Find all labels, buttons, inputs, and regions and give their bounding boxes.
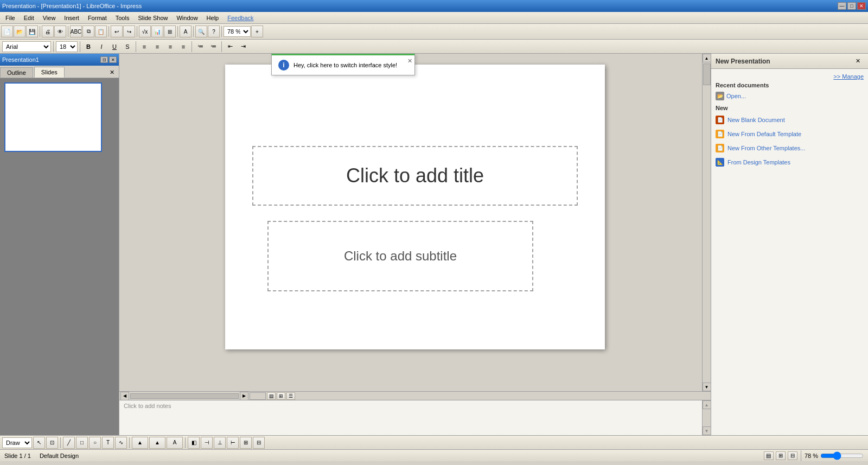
new-other-label: New From Other Templates...: [727, 145, 805, 151]
new-other-templates-item[interactable]: 📄 New From Other Templates...: [716, 143, 864, 154]
horizontal-scrollbar[interactable]: ◀ ▶ ▤ ⊞ ☰: [119, 391, 711, 400]
app-maximize-button[interactable]: □: [847, 2, 856, 10]
rect-tool[interactable]: □: [76, 437, 88, 449]
strikethrough-button[interactable]: S: [122, 41, 133, 52]
formula-button[interactable]: √x: [139, 26, 151, 37]
underline-button[interactable]: U: [108, 41, 120, 52]
align-left-draw[interactable]: ⊣: [201, 437, 213, 449]
panel-close-button[interactable]: ✕: [109, 56, 117, 63]
line-color-button[interactable]: ▲: [149, 437, 165, 449]
tab-outline[interactable]: Outline: [0, 67, 33, 78]
text-tool[interactable]: T: [102, 437, 114, 449]
scroll-up-button[interactable]: ▲: [703, 54, 711, 62]
table-button[interactable]: ⊞: [164, 26, 176, 37]
view-outline-status[interactable]: ⊟: [788, 451, 797, 460]
spell-button[interactable]: ABC: [70, 26, 82, 37]
panel-close-x[interactable]: ✕: [106, 67, 118, 78]
ungroup-button[interactable]: ⊟: [253, 437, 265, 449]
font-name-select[interactable]: Arial: [2, 41, 51, 52]
scroll-left-button[interactable]: ◀: [120, 392, 129, 400]
cursor-tool[interactable]: ↖: [33, 437, 45, 449]
line-tool[interactable]: ╱: [63, 437, 75, 449]
view-outline-button[interactable]: ☰: [286, 392, 295, 400]
indent-less-button[interactable]: ⇤: [224, 41, 236, 52]
menu-window[interactable]: Window: [172, 12, 202, 23]
scroll-thumb[interactable]: [703, 63, 711, 85]
new-blank-item[interactable]: 📄 New Blank Document: [716, 114, 864, 125]
preview-button[interactable]: 👁: [54, 26, 66, 37]
menu-edit[interactable]: Edit: [20, 12, 39, 23]
menu-file[interactable]: File: [1, 12, 20, 23]
notes-scrollbar[interactable]: ▲ ▼: [702, 400, 711, 435]
new-button[interactable]: 📄: [1, 26, 13, 37]
list-number-button[interactable]: ≔: [207, 41, 219, 52]
align-center-draw[interactable]: ⊥: [214, 437, 226, 449]
fill-color-button[interactable]: ▲: [132, 437, 148, 449]
notes-scroll-up[interactable]: ▲: [703, 400, 711, 409]
align-right-draw[interactable]: ⊢: [227, 437, 239, 449]
align-right-button[interactable]: ≡: [164, 41, 176, 52]
menu-tools[interactable]: Tools: [111, 12, 134, 23]
bold-button[interactable]: B: [82, 41, 94, 52]
menu-slideshow[interactable]: Slide Show: [133, 12, 172, 23]
subtitle-placeholder[interactable]: Click to add subtitle: [267, 221, 533, 291]
h-scroll-thumb[interactable]: [130, 393, 239, 399]
save-button[interactable]: 💾: [26, 26, 38, 37]
app-minimize-button[interactable]: —: [838, 2, 846, 10]
align-center-button[interactable]: ≡: [151, 41, 163, 52]
popup-close-button[interactable]: ✕: [407, 58, 412, 65]
help-button[interactable]: ?: [208, 26, 220, 37]
copy-button[interactable]: ⧉: [82, 26, 94, 37]
print-button[interactable]: 🖨: [42, 26, 54, 37]
indent-more-button[interactable]: ⇥: [237, 41, 249, 52]
open-button-rp[interactable]: 📂 Open...: [716, 92, 864, 100]
tab-slides[interactable]: Slides: [34, 67, 65, 78]
zoom-in-button[interactable]: +: [251, 26, 263, 37]
select-tool[interactable]: ⊡: [46, 437, 58, 449]
redo-button[interactable]: ↪: [123, 26, 135, 37]
new-default-template-item[interactable]: 📄 New From Default Template: [716, 129, 864, 139]
draw-mode-select[interactable]: Draw: [2, 437, 32, 448]
zoom-select[interactable]: 78 % 50 % 75 % 100 %: [224, 26, 251, 37]
zoom-slider[interactable]: [820, 452, 864, 460]
slide-thumbnail-1[interactable]: [4, 82, 102, 152]
find-button[interactable]: 🔍: [195, 26, 207, 37]
notes-scroll-down[interactable]: ▼: [703, 426, 711, 435]
curve-tool[interactable]: ∿: [115, 437, 127, 449]
shadow-button[interactable]: ◧: [188, 437, 200, 449]
app-close-button[interactable]: ✕: [857, 2, 866, 10]
ellipse-tool[interactable]: ○: [89, 437, 101, 449]
right-panel-close-button[interactable]: ✕: [852, 56, 864, 67]
view-slide-sorter-status[interactable]: ⊞: [776, 451, 786, 460]
list-bullet-button[interactable]: ≔: [194, 41, 206, 52]
align-justify-button[interactable]: ≡: [177, 41, 189, 52]
menu-insert[interactable]: Insert: [60, 12, 84, 23]
font-size-select[interactable]: 18: [56, 41, 78, 52]
open-button[interactable]: 📂: [14, 26, 25, 37]
view-grid-button[interactable]: ⊞: [277, 392, 285, 400]
menu-feedback[interactable]: Feedback: [223, 12, 258, 23]
view-normal-status[interactable]: ▤: [764, 451, 774, 460]
scroll-down-button[interactable]: ▼: [703, 383, 711, 391]
undo-button[interactable]: ↩: [111, 26, 123, 37]
from-design-templates-item[interactable]: 📐 From Design Templates: [716, 157, 864, 168]
menu-format[interactable]: Format: [84, 12, 111, 23]
font-color-button[interactable]: A: [167, 437, 183, 449]
slide-viewport[interactable]: i Hey, click here to switch interface st…: [119, 54, 711, 391]
scroll-right-button[interactable]: ▶: [240, 392, 248, 400]
italic-button[interactable]: I: [95, 41, 107, 52]
chart-button[interactable]: 📊: [151, 26, 163, 37]
align-left-button[interactable]: ≡: [138, 41, 150, 52]
panel-float-button[interactable]: ⊡: [100, 56, 108, 63]
manage-link[interactable]: >> Manage: [833, 73, 864, 80]
paste-button[interactable]: 📋: [95, 26, 107, 37]
title-placeholder[interactable]: Click to add title: [252, 146, 578, 206]
info-popup[interactable]: i Hey, click here to switch interface st…: [271, 54, 415, 75]
view-normal-button[interactable]: ▤: [267, 392, 276, 400]
vertical-scrollbar[interactable]: ▲ ▼: [702, 54, 711, 391]
format-style-button[interactable]: A: [180, 26, 192, 37]
menu-view[interactable]: View: [39, 12, 60, 23]
notes-area[interactable]: Click to add notes ▲ ▼: [119, 400, 711, 435]
group-button[interactable]: ⊞: [240, 437, 252, 449]
menu-help[interactable]: Help: [202, 12, 224, 23]
